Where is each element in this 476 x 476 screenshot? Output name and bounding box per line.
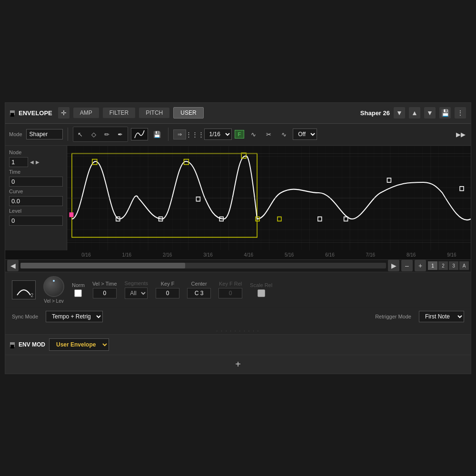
separator (68, 128, 68, 141)
separator2 (168, 128, 169, 141)
draw-tool[interactable]: ✏ (101, 128, 113, 140)
scroll-thumb[interactable] (20, 263, 185, 268)
envmod-select[interactable]: User Envelope (49, 338, 109, 351)
keyf-label: Key F (161, 281, 175, 287)
mode-row: Mode Shaper Standard ↖ ◇ ✏ ✒ 💾 ⇒ ⋮⋮⋮ 1/1… (5, 124, 471, 146)
off-select[interactable]: Off On (293, 129, 317, 140)
vel-time-value[interactable]: 0 (93, 288, 117, 298)
time-1: 1/16 (108, 252, 146, 258)
scissors-btn[interactable]: ✂ (262, 128, 275, 140)
main-container: ■ ENVELOPE ✛ AMP FILTER PITCH USER Shape… (5, 102, 471, 374)
add-row[interactable]: + (5, 355, 471, 374)
wave-btn[interactable]: ∿ (247, 128, 259, 140)
sync-btn[interactable]: ⇒ (173, 129, 186, 139)
page-3[interactable]: 3 (449, 261, 458, 270)
keyfrel-value[interactable]: 0 (218, 288, 242, 298)
f-badge: F (235, 130, 245, 139)
arrow-up-icon[interactable]: ▲ (409, 107, 420, 119)
page-btns: 1 2 3 A (428, 261, 469, 270)
page-a[interactable]: A (459, 261, 469, 270)
center-value[interactable]: C 3 (187, 288, 211, 298)
node-row: 1 ◀ ▶ (9, 157, 63, 167)
waveform-svg (67, 146, 471, 250)
sync-mode-select[interactable]: Tempo + Retrig Tempo Free (46, 311, 103, 322)
zoom-in-btn[interactable]: + (415, 260, 426, 271)
page-2[interactable]: 2 (438, 261, 448, 270)
level-label: Level (9, 208, 63, 214)
move-icon[interactable]: ✛ (58, 107, 69, 119)
save-shape-btn[interactable]: 💾 (151, 128, 163, 140)
time-2: 2/16 (149, 252, 187, 258)
keyfrel-group: Key F Rel 0 (218, 281, 242, 298)
curve-icon[interactable]: 2 (12, 280, 36, 299)
curve-num: 2 (30, 293, 33, 298)
tab-filter[interactable]: FILTER (103, 108, 135, 118)
vel-lev-knob[interactable] (43, 276, 64, 297)
dots-separator: . . . . . . . . . . (5, 325, 471, 334)
grid-btn[interactable]: ⋮⋮⋮ (189, 128, 201, 140)
time-7: 7/16 (351, 252, 389, 258)
time-6: 6/16 (311, 252, 349, 258)
tab-user[interactable]: USER (173, 107, 203, 119)
tab-pitch[interactable]: PITCH (139, 108, 169, 118)
glide-btn[interactable]: ∿ (278, 128, 290, 140)
editor-area: Node 1 ◀ ▶ Time 0 Curve 0.0 Level 0 (5, 146, 471, 250)
play-skip-btn[interactable]: ▶▶ (455, 128, 467, 140)
mode-dropdown-wrap: Shaper Standard (26, 129, 63, 139)
vel-time-group: Vel > Time 0 (92, 281, 117, 298)
envmod-label: ENV MOD (19, 341, 45, 348)
scalerel-label: Scale Rel (250, 282, 272, 288)
bars-icon[interactable]: ⋮ (455, 107, 466, 119)
curve-label: Curve (9, 188, 63, 194)
tab-amp[interactable]: AMP (73, 108, 99, 118)
scalerel-checkbox[interactable] (258, 289, 265, 297)
bottom-row2: Sync Mode Tempo + Retrig Tempo Free Retr… (5, 307, 471, 325)
envelope-square-icon: ■ (10, 110, 15, 115)
page-1[interactable]: 1 (428, 261, 437, 270)
shaper-dropdown[interactable]: ▼ (394, 107, 405, 119)
scroll-track[interactable] (20, 263, 386, 268)
tool-group: ↖ ◇ ✏ ✒ (73, 127, 128, 142)
keyfrel-label: Key F Rel (219, 281, 242, 287)
keyf-group: Key F 0 (156, 281, 179, 298)
node-next[interactable]: ▶ (36, 159, 40, 165)
erase-tool[interactable]: ◇ (88, 128, 100, 140)
mode-select[interactable]: Shaper Standard (26, 129, 63, 139)
pen-tool[interactable]: ✒ (114, 128, 127, 140)
select-tool[interactable]: ↖ (74, 128, 87, 140)
canvas-area[interactable] (67, 146, 471, 250)
sync-mode-label: Sync Mode (12, 314, 38, 319)
retrig-label: Retrigger Mode (375, 314, 411, 319)
time-4: 4/16 (229, 252, 268, 258)
node-prev[interactable]: ◀ (30, 159, 34, 165)
envmod-square-icon: ■ (10, 342, 15, 347)
time-label: Time (9, 169, 63, 175)
time-labels: 0/16 1/16 2/16 3/16 4/16 5/16 6/16 7/16 … (67, 251, 471, 258)
time-9: 9/16 (433, 252, 471, 258)
time-5: 5/16 (270, 252, 308, 258)
bottom-controls: 2 Vel > Lev Norm Vel > Time 0 Segments A… (5, 272, 471, 307)
envelope-label: ENVELOPE (19, 109, 52, 117)
scroll-left-btn[interactable]: ◀ (7, 260, 19, 271)
segments-select[interactable]: All (125, 288, 148, 299)
shape-preview (131, 128, 148, 140)
level-value: 0 (9, 216, 63, 226)
knob-dot (53, 280, 55, 282)
left-panel: Node 1 ◀ ▶ Time 0 Curve 0.0 Level 0 (5, 146, 67, 250)
scalerel-group: Scale Rel (250, 282, 272, 297)
save-icon[interactable]: 💾 (439, 107, 451, 119)
norm-group: Norm (72, 282, 85, 297)
retrig-select[interactable]: First Note Each Note (419, 311, 464, 322)
segments-group: Segments All (125, 280, 149, 299)
arrow-down-icon[interactable]: ▼ (424, 107, 436, 119)
keyf-value[interactable]: 0 (156, 288, 179, 298)
node-value: 1 (9, 157, 28, 167)
svg-rect-17 (69, 212, 73, 217)
norm-checkbox[interactable] (74, 289, 82, 297)
zoom-out-btn[interactable]: – (401, 260, 413, 271)
add-button[interactable]: + (235, 359, 241, 370)
time-select[interactable]: 1/16 1/8 1/4 (204, 129, 232, 140)
center-group: Center C 3 (187, 281, 211, 298)
time-labels-row: 0/16 1/16 2/16 3/16 4/16 5/16 6/16 7/16 … (5, 250, 471, 259)
scroll-right-btn[interactable]: ▶ (388, 260, 399, 271)
